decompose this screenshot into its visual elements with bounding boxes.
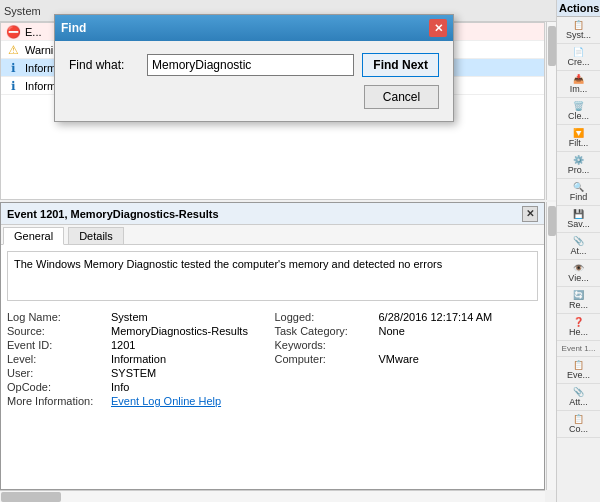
info-icon: ℹ	[5, 60, 21, 76]
action-attach2-icon: 📎	[573, 387, 584, 397]
action-import-icon: 📥	[573, 74, 584, 84]
find-what-label: Find what:	[69, 58, 139, 72]
level-value: Information	[111, 353, 271, 365]
action-attach2[interactable]: 📎 Att...	[557, 384, 600, 411]
keywords-value	[379, 339, 539, 351]
find-next-button[interactable]: Find Next	[362, 53, 439, 77]
system-label: System	[4, 5, 41, 17]
opcode-value: Info	[111, 381, 271, 393]
detail-tabs: General Details	[1, 225, 544, 245]
action-refresh-label: Re...	[569, 300, 588, 310]
find-dialog: Find ✕ Find what: Find Next Cancel	[54, 14, 454, 122]
detail-scrollbar-thumb[interactable]	[548, 206, 556, 236]
more-info-label: More Information:	[7, 395, 107, 407]
user-label: User:	[7, 367, 107, 379]
event-detail-title-text: Event 1201, MemoryDiagnostics-Results	[7, 208, 219, 220]
action-view[interactable]: 👁️ Vie...	[557, 260, 600, 287]
actions-panel: Actions 📋 Syst... 📄 Cre... 📥 Im... 🗑️ Cl…	[556, 0, 600, 502]
cancel-row: Cancel	[69, 85, 439, 109]
task-cat-value: None	[379, 325, 539, 337]
action-view-label: Vie...	[568, 273, 588, 283]
action-properties-label: Pro...	[568, 165, 590, 175]
action-attach[interactable]: 📎 At...	[557, 233, 600, 260]
action-clear[interactable]: 🗑️ Cle...	[557, 98, 600, 125]
action-refresh-icon: 🔄	[573, 290, 584, 300]
action-create[interactable]: 📄 Cre...	[557, 44, 600, 71]
cancel-button[interactable]: Cancel	[364, 85, 439, 109]
action-create-label: Cre...	[567, 57, 589, 67]
computer-value: VMware	[379, 353, 539, 365]
event-detail-panel: Event 1201, MemoryDiagnostics-Results ✕ …	[0, 202, 545, 490]
dialog-body: Find what: Find Next Cancel	[55, 41, 453, 121]
dialog-title: Find	[61, 21, 86, 35]
log-name-value: System	[111, 311, 271, 323]
detail-content: The Windows Memory Diagnostic tested the…	[1, 245, 544, 487]
event-fields: Log Name: System Logged: 6/28/2016 12:17…	[7, 311, 538, 407]
error-icon: ⛔	[5, 24, 21, 40]
opcode-label: OpCode:	[7, 381, 107, 393]
tab-general[interactable]: General	[3, 227, 64, 245]
action-properties-icon: ⚙️	[573, 155, 584, 165]
warning-icon: ⚠	[5, 42, 21, 58]
level-label: Level:	[7, 353, 107, 365]
computer-label: Computer:	[275, 353, 375, 365]
find-what-input[interactable]	[147, 54, 354, 76]
detail-scrollbar[interactable]	[546, 202, 556, 490]
action-save-label: Sav...	[567, 219, 589, 229]
action-help-icon: ❓	[573, 317, 584, 327]
action-help[interactable]: ❓ He...	[557, 314, 600, 341]
log-scrollbar-thumb[interactable]	[548, 26, 556, 66]
action-system[interactable]: 📋 Syst...	[557, 17, 600, 44]
horizontal-scrollbar[interactable]	[0, 490, 545, 502]
actions-title: Actions	[557, 0, 600, 17]
action-copy[interactable]: 📋 Co...	[557, 411, 600, 438]
action-copy-label: Co...	[569, 424, 588, 434]
event-detail-title: Event 1201, MemoryDiagnostics-Results ✕	[1, 203, 544, 225]
action-import-label: Im...	[570, 84, 588, 94]
action-import[interactable]: 📥 Im...	[557, 71, 600, 98]
action-attach-label: At...	[570, 246, 586, 256]
dialog-close-button[interactable]: ✕	[429, 19, 447, 37]
logged-label: Logged:	[275, 311, 375, 323]
action-save-icon: 💾	[573, 209, 584, 219]
action-event-section: Event 1...	[557, 341, 600, 357]
task-cat-label: Task Category:	[275, 325, 375, 337]
event-detail-close[interactable]: ✕	[522, 206, 538, 222]
action-help-label: He...	[569, 327, 588, 337]
keywords-label: Keywords:	[275, 339, 375, 351]
tab-details[interactable]: Details	[68, 227, 124, 244]
action-find-icon: 🔍	[573, 182, 584, 192]
user-value: SYSTEM	[111, 367, 271, 379]
action-clear-label: Cle...	[568, 111, 589, 121]
source-label: Source:	[7, 325, 107, 337]
action-clear-icon: 🗑️	[573, 101, 584, 111]
action-refresh[interactable]: 🔄 Re...	[557, 287, 600, 314]
action-system-label: Syst...	[566, 30, 591, 40]
action-filter[interactable]: 🔽 Filt...	[557, 125, 600, 152]
action-create-icon: 📄	[573, 47, 584, 57]
action-properties[interactable]: ⚙️ Pro...	[557, 152, 600, 179]
source-value: MemoryDiagnostics-Results	[111, 325, 271, 337]
action-view-icon: 👁️	[573, 263, 584, 273]
action-event-copy[interactable]: 📋 Eve...	[557, 357, 600, 384]
action-filter-label: Filt...	[569, 138, 589, 148]
action-save[interactable]: 💾 Sav...	[557, 206, 600, 233]
action-copy-icon: 📋	[573, 414, 584, 424]
log-name-label: Log Name:	[7, 311, 107, 323]
action-event-label: Event 1...	[562, 344, 596, 353]
event-log-online-help-link[interactable]: Event Log Online Help	[111, 395, 271, 407]
action-find-label: Find	[570, 192, 588, 202]
action-find[interactable]: 🔍 Find	[557, 179, 600, 206]
event-id-value: 1201	[111, 339, 271, 351]
event-message: The Windows Memory Diagnostic tested the…	[7, 251, 538, 301]
action-system-icon: 📋	[573, 20, 584, 30]
action-filter-icon: 🔽	[573, 128, 584, 138]
action-event-copy-icon: 📋	[573, 360, 584, 370]
h-scrollbar-thumb[interactable]	[1, 492, 61, 502]
info-icon: ℹ	[5, 78, 21, 94]
dialog-titlebar: Find ✕	[55, 15, 453, 41]
find-what-row: Find what: Find Next	[69, 53, 439, 77]
logged-value: 6/28/2016 12:17:14 AM	[379, 311, 539, 323]
log-list-scrollbar[interactable]	[546, 22, 556, 200]
action-event-copy-label: Eve...	[567, 370, 590, 380]
